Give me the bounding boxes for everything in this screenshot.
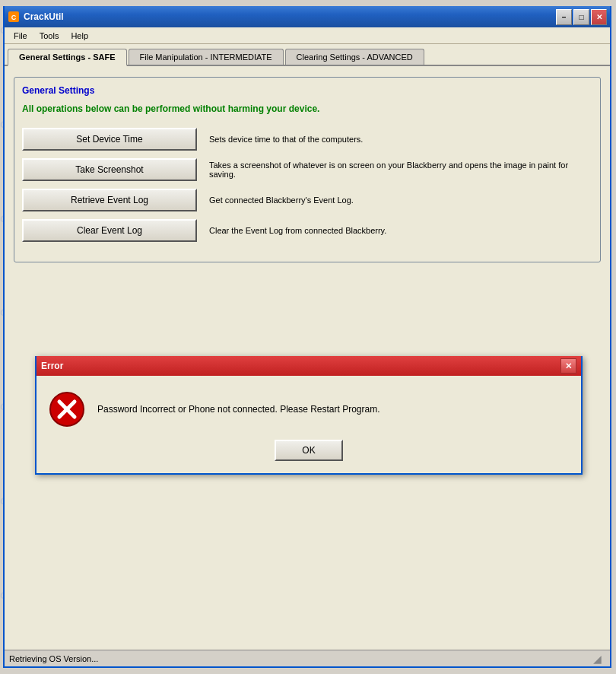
take-screenshot-row: Take Screenshot Takes a screenshot of wh… [22,158,592,181]
app-icon: C [8,11,20,23]
set-device-time-row: Set Device Time Sets device time to that… [22,128,592,151]
retrieve-event-log-row: Retrieve Event Log Get connected Blackbe… [22,189,592,211]
error-icon [49,391,85,428]
window-title: CrackUtil [24,11,556,22]
retrieve-event-log-button[interactable]: Retrieve Event Log [22,189,197,211]
menu-bar: File Tools Help [5,27,610,44]
tab-clearing-settings[interactable]: Clearing Settings - ADVANCED [285,49,424,65]
tab-file-manipulation[interactable]: File Manipulation - INTERMEDIATE [129,49,284,65]
clear-event-log-button[interactable]: Clear Event Log [22,219,197,242]
window-controls: – □ ✕ [556,9,607,25]
take-screenshot-desc: Takes a screenshot of whatever is on scr… [209,161,592,179]
status-bar: Retrieving OS Version... ◢ [5,650,610,666]
retrieve-event-log-desc: Get connected Blackberry's Event Log. [209,196,592,205]
svg-text:C: C [11,14,17,21]
set-device-time-desc: Sets device time to that of the computer… [209,135,592,144]
resize-grip-icon: ◢ [593,653,605,665]
set-device-time-button[interactable]: Set Device Time [22,128,197,151]
clear-event-log-row: Clear Event Log Clear the Event Log from… [22,219,592,242]
minimize-button[interactable]: – [556,9,572,25]
error-ok-button[interactable]: OK [275,440,343,461]
menu-file[interactable]: File [8,30,33,42]
status-text: Retrieving OS Version... [9,654,593,663]
general-settings-group: General Settings All operations below ca… [14,77,601,262]
error-dialog-body: Password Incorrect or Phone not connecte… [37,376,581,440]
content-area: General Settings All operations below ca… [5,66,610,273]
error-dialog-footer: OK [37,440,581,473]
take-screenshot-button[interactable]: Take Screenshot [22,158,197,181]
tab-general-settings[interactable]: General Settings - SAFE [8,49,127,66]
clear-event-log-desc: Clear the Event Log from connected Black… [209,226,592,235]
error-dialog: Error ✕ Password Incorrect or Phone not … [35,356,583,475]
error-dialog-title: Error [41,361,560,371]
group-title: General Settings [22,85,592,96]
tab-bar: General Settings - SAFE File Manipulatio… [5,44,610,66]
maximize-button[interactable]: □ [573,9,589,25]
error-dialog-title-bar: Error ✕ [37,356,581,376]
error-dialog-close-button[interactable]: ✕ [560,358,576,374]
close-button[interactable]: ✕ [591,9,607,25]
menu-tools[interactable]: Tools [33,30,65,42]
error-message: Password Incorrect or Phone not connecte… [97,404,569,415]
title-bar: C CrackUtil – □ ✕ [5,6,610,27]
menu-help[interactable]: Help [65,30,94,42]
main-window: C CrackUtil – □ ✕ File Tools Help Genera… [3,6,611,668]
safe-notice: All operations below can be performed wi… [22,102,592,116]
